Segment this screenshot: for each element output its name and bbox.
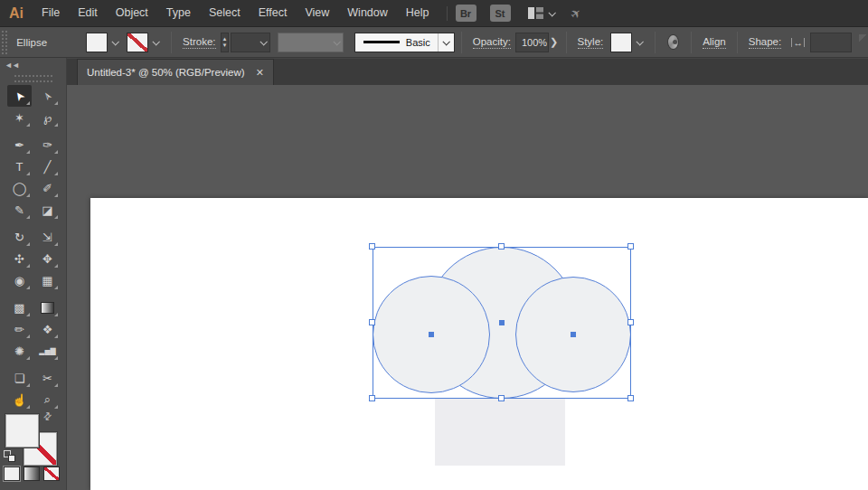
- magic-wand-tool[interactable]: ✶: [7, 107, 32, 128]
- divider: [171, 32, 172, 53]
- brush-definition-dropdown[interactable]: Basic: [354, 33, 455, 52]
- swap-fill-stroke-icon[interactable]: ⇄: [41, 410, 55, 424]
- brush-definition-chevron[interactable]: [438, 33, 454, 52]
- direct-selection-tool[interactable]: ➢: [35, 85, 60, 107]
- perspective-grid-tool[interactable]: ▦: [35, 269, 60, 291]
- chevron-down-icon: [636, 38, 643, 45]
- selection-handle[interactable]: [369, 243, 375, 250]
- artboard-tool[interactable]: ❏: [7, 367, 32, 389]
- slice-tool[interactable]: ✂: [35, 367, 60, 389]
- opacity-field[interactable]: 100%: [515, 33, 549, 52]
- fill-color-swatch[interactable]: [86, 33, 108, 52]
- lasso-tool[interactable]: ℘: [35, 107, 60, 128]
- align-label[interactable]: Align: [703, 36, 726, 49]
- color-button[interactable]: [4, 466, 20, 481]
- line-segment-tool[interactable]: ╱: [35, 155, 60, 177]
- eyedropper-tool-icon: ✏: [14, 323, 24, 336]
- document-tab-title: Untitled-3* @ 50% (RGB/Preview): [87, 67, 245, 78]
- selection-handle[interactable]: [627, 395, 634, 401]
- selection-handle[interactable]: [627, 243, 634, 250]
- mesh-tool[interactable]: ▩: [7, 297, 32, 318]
- center-anchor-point[interactable]: [571, 332, 576, 337]
- none-button[interactable]: [43, 466, 60, 481]
- recolor-artwork-icon[interactable]: [667, 34, 679, 50]
- menu-item-object[interactable]: Object: [107, 0, 157, 26]
- panel-grip-handle[interactable]: [2, 31, 7, 54]
- artboard-tool-icon: ❏: [14, 372, 25, 385]
- menu-item-view[interactable]: View: [296, 0, 338, 26]
- menu-item-file[interactable]: File: [33, 0, 69, 26]
- stroke-color-dropdown[interactable]: [148, 33, 162, 52]
- canvas-pasteboard: [67, 85, 868, 490]
- scale-tool[interactable]: ⇲: [35, 226, 60, 248]
- stroke-weight-stepper[interactable]: ▲ ▼: [221, 33, 230, 52]
- app-logo-icon[interactable]: Ai: [0, 5, 33, 22]
- shaper-pencil-tool-icon: ✎: [14, 203, 24, 217]
- stock-button[interactable]: St: [490, 5, 511, 22]
- workspace-switcher-button[interactable]: [528, 7, 554, 19]
- shaper-pencil-tool[interactable]: ✎: [7, 199, 32, 221]
- artwork-rectangle[interactable]: [435, 399, 565, 466]
- collapse-panel-button[interactable]: ◄◄: [5, 61, 19, 70]
- pen-tool[interactable]: ✒: [7, 134, 32, 155]
- style-swatch[interactable]: [610, 33, 632, 52]
- style-dropdown[interactable]: [632, 33, 646, 52]
- style-control: [610, 33, 646, 52]
- center-anchor-point[interactable]: [499, 320, 505, 325]
- selection-handle[interactable]: [369, 395, 375, 401]
- shape-builder-tool[interactable]: ◉: [7, 269, 32, 291]
- gpu-performance-icon[interactable]: ✈: [567, 5, 584, 23]
- stroke-color-swatch-none[interactable]: [127, 33, 148, 52]
- ellipse-tool[interactable]: ◯: [7, 177, 32, 199]
- symbol-sprayer-tool[interactable]: ✺: [7, 340, 32, 362]
- curvature-tool[interactable]: ✑: [35, 134, 60, 155]
- column-graph-tool[interactable]: ▂▅▇: [35, 340, 60, 362]
- document-tab-bar: Untitled-3* @ 50% (RGB/Preview) ✕: [67, 58, 868, 85]
- fill-swatch[interactable]: [5, 414, 39, 448]
- tool-row: ✣✥: [0, 248, 67, 269]
- type-tool[interactable]: T: [7, 155, 32, 177]
- menu-item-select[interactable]: Select: [200, 0, 250, 26]
- menu-item-help[interactable]: Help: [397, 0, 439, 26]
- menu-item-type[interactable]: Type: [157, 0, 200, 26]
- gradient-button[interactable]: [24, 466, 40, 481]
- shape-label[interactable]: Shape:: [749, 36, 781, 49]
- shape-width-field[interactable]: [810, 33, 852, 52]
- tab-close-icon[interactable]: ✕: [256, 68, 264, 78]
- selection-tool[interactable]: ➤: [7, 85, 32, 107]
- stroke-weight-dropdown[interactable]: [231, 33, 270, 52]
- fill-color-dropdown[interactable]: [108, 33, 121, 52]
- selection-handle[interactable]: [498, 395, 505, 401]
- rotate-tool[interactable]: ↻: [7, 226, 32, 248]
- divider: [737, 32, 738, 53]
- divider: [461, 32, 462, 53]
- blend-tool[interactable]: ❖: [35, 318, 60, 340]
- menu-item-edit[interactable]: Edit: [69, 0, 107, 26]
- free-transform-tool[interactable]: ✥: [35, 248, 60, 269]
- opacity-more-button[interactable]: ❯: [549, 33, 560, 52]
- menu-item-effect[interactable]: Effect: [250, 0, 297, 26]
- menu-item-window[interactable]: Window: [338, 0, 396, 26]
- opacity-label[interactable]: Opacity:: [473, 36, 511, 49]
- bridge-button[interactable]: Br: [456, 5, 476, 22]
- selection-handle[interactable]: [498, 243, 505, 250]
- style-label[interactable]: Style:: [578, 36, 604, 49]
- stepper-down-icon: ▼: [222, 42, 228, 49]
- paintbrush-tool-icon: ✐: [42, 182, 52, 195]
- eyedropper-tool[interactable]: ✏: [7, 318, 32, 340]
- selection-handle[interactable]: [627, 319, 634, 325]
- hand-tool[interactable]: ☝: [7, 389, 32, 410]
- center-anchor-point[interactable]: [429, 332, 434, 337]
- selection-handle[interactable]: [369, 319, 375, 325]
- tools-panel: ◄◄ ➤➢✶℘✒✑T╱◯✐✎◪↻⇲✣✥◉▦▩✏❖✺▂▅▇❏✂☝⌕ ⇄: [0, 58, 67, 490]
- tools-panel-grip[interactable]: [14, 75, 52, 82]
- width-tool[interactable]: ✣: [7, 248, 32, 269]
- document-tab[interactable]: Untitled-3* @ 50% (RGB/Preview) ✕: [77, 59, 274, 85]
- paintbrush-tool[interactable]: ✐: [35, 177, 60, 199]
- gradient-tool[interactable]: [35, 297, 60, 318]
- stroke-weight-label[interactable]: Stroke:: [183, 36, 215, 49]
- eraser-tool[interactable]: ◪: [35, 199, 60, 221]
- default-fill-stroke-icon[interactable]: [4, 450, 15, 462]
- zoom-tool[interactable]: ⌕: [35, 389, 60, 410]
- perspective-grid-tool-icon: ▦: [42, 274, 52, 287]
